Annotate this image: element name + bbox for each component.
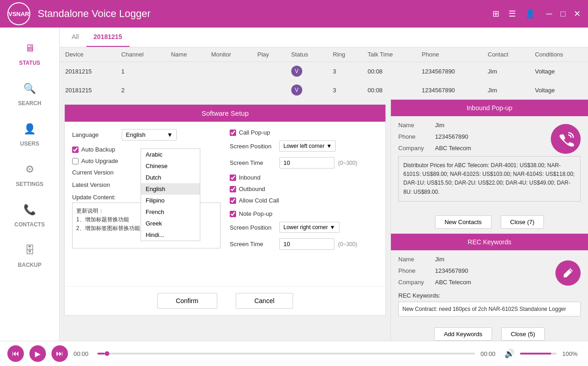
cell-play (252, 62, 286, 81)
language-label: Language (72, 131, 118, 138)
new-contacts-button[interactable]: New Contacts (435, 215, 492, 229)
inbound-checkbox[interactable] (230, 175, 236, 181)
rec-keywords-footer: Add Keywords Close (5) (391, 323, 588, 341)
inbound-phone-value: 1234567890 (435, 133, 551, 140)
inbound-popup-body: Name Jim Phone 1234567890 Company ABC Te… (391, 116, 588, 156)
screen-time-input[interactable] (279, 157, 334, 169)
lang-option-chinese[interactable]: Chinese (141, 160, 200, 172)
note-screen-position-row: Screen Position Lower right corner ▼ (230, 222, 378, 233)
setup-body: Language English ▼ Arabic Chinese Dutch … (65, 122, 385, 286)
chevron-down-icon: ▼ (326, 143, 332, 149)
note-popup-row: Note Pop-up (230, 210, 378, 217)
note-popup-checkbox[interactable] (230, 211, 236, 217)
lang-option-filipino[interactable]: Filipino (141, 195, 200, 206)
auto-upgrade-checkbox[interactable] (72, 158, 79, 164)
confirm-button[interactable]: Confirm (157, 293, 217, 309)
cell-name (165, 81, 206, 100)
list-icon[interactable]: ☰ (509, 9, 516, 19)
user-icon[interactable]: 👤 (525, 9, 535, 19)
col-status: Status (286, 47, 328, 62)
allow-cold-call-checkbox[interactable] (230, 197, 236, 204)
note-popup-label: Note Pop-up (239, 210, 272, 217)
screen-position-label: Screen Position (230, 143, 276, 150)
cancel-button[interactable]: Cancel (236, 293, 294, 309)
distributor-box: Distributor Prices for ABC Telecom: DAR-… (398, 156, 581, 202)
cell-contact: Jim (482, 81, 530, 100)
language-row: Language English ▼ (72, 129, 220, 141)
setup-right-col: Call Pop-up Screen Position Lower left c… (230, 129, 378, 279)
volume-icon[interactable]: 🔊 (504, 349, 514, 359)
settings-icon: ⚙ (20, 160, 40, 179)
sidebar-item-search[interactable]: 🔍 SEARCH (0, 73, 59, 113)
language-dropdown-list[interactable]: Arabic Chinese Dutch English Filipino Fr… (141, 148, 200, 241)
cell-status: V (286, 62, 328, 81)
app-title: Standalone Voice Logger (38, 8, 492, 20)
rec-keywords-label: REC Keywords: (398, 292, 581, 299)
language-dropdown[interactable]: English ▼ (122, 129, 177, 141)
status-icon: 🖥 (20, 39, 40, 58)
cell-conditions: Voltage (529, 62, 588, 81)
lang-option-french[interactable]: French (141, 206, 200, 218)
rec-phone-row: Phone 1234567890 (398, 267, 555, 274)
inbound-close-button[interactable]: Close (7) (501, 215, 544, 229)
call-popup-row: Call Pop-up (230, 129, 378, 136)
sidebar-item-contacts[interactable]: 📞 CONTACTS (0, 194, 59, 234)
note-screen-time-input[interactable] (279, 238, 334, 250)
sidebar-label-users: USERS (20, 141, 39, 147)
call-popup-checkbox[interactable] (230, 130, 236, 136)
cell-channel: 1 (116, 62, 165, 81)
cell-talk-time: 00:08 (362, 81, 416, 100)
lang-option-dutch[interactable]: Dutch (141, 172, 200, 183)
maximize-button[interactable]: □ (560, 9, 565, 19)
col-conditions: Conditions (529, 47, 588, 62)
minimize-button[interactable]: ─ (546, 9, 552, 19)
sidebar-item-users[interactable]: 👤 USERS (0, 113, 59, 153)
col-ring: Ring (328, 47, 362, 62)
sidebar-item-backup[interactable]: 🗄 BACKUP (0, 234, 59, 275)
dialog-row: Software Setup Language English ▼ (60, 100, 588, 341)
table-row: 20181215 1 V 3 00:08 1234567890 Jim Volt… (60, 62, 588, 81)
volume-bar[interactable] (520, 353, 557, 355)
rec-keywords-title: REC Keywords (391, 234, 588, 250)
rec-name-row: Name Jim (398, 256, 555, 263)
cell-device: 20181215 (60, 81, 116, 100)
progress-bar[interactable] (97, 353, 475, 355)
tab-all[interactable]: All (64, 28, 86, 47)
total-time: 00:00 (481, 350, 499, 357)
rec-keywords-body: Name Jim Phone 1234567890 Company ABC Te… (391, 250, 588, 290)
grid-icon[interactable]: ⊞ (492, 9, 499, 19)
add-keywords-button[interactable]: Add Keywords (434, 327, 492, 341)
lang-option-arabic[interactable]: Arabic (141, 149, 200, 160)
prev-button[interactable]: ⏮ (7, 345, 24, 362)
phone-ring-icon-area (551, 124, 581, 154)
latest-version-label: Latest Version (72, 181, 118, 188)
rec-keyword-input[interactable] (398, 302, 581, 316)
rec-close-button[interactable]: Close (5) (501, 327, 545, 341)
top-bar: VSNAR Standalone Voice Logger ⊞ ☰ 👤 ─ □ … (0, 0, 588, 28)
sidebar-item-status[interactable]: 🖥 STATUS (0, 32, 59, 73)
rec-keywords-label-area: REC Keywords: (391, 290, 588, 323)
auto-backup-checkbox[interactable] (72, 146, 79, 153)
close-button[interactable]: ✕ (574, 9, 581, 19)
note-screen-position-dropdown[interactable]: Lower right corner ▼ (279, 222, 339, 233)
lang-option-english[interactable]: English (141, 183, 200, 195)
inbound-company-value: ABC Telecom (435, 145, 551, 152)
lang-option-greek[interactable]: Greek (141, 218, 200, 229)
note-screen-time-label: Screen Time (230, 241, 276, 248)
outbound-checkbox[interactable] (230, 186, 236, 192)
play-button[interactable]: ▶ (29, 345, 46, 362)
sidebar-item-settings[interactable]: ⚙ SETTINGS (0, 153, 59, 194)
screen-position-dropdown[interactable]: Lower left corner ▼ (279, 141, 336, 152)
rec-phone-label: Phone (398, 267, 435, 274)
outbound-label: Outbound (239, 186, 265, 192)
backup-icon: 🗄 (20, 241, 40, 260)
lang-option-hindi[interactable]: Hindi... (141, 229, 200, 241)
zoom-level: 100% (562, 350, 581, 357)
viber-status-icon: V (291, 66, 302, 77)
setup-dialog-title: Software Setup (65, 105, 385, 122)
contacts-icon: 📞 (20, 200, 40, 220)
rec-name-value: Jim (435, 256, 555, 263)
tab-20181215[interactable]: 20181215 (86, 28, 130, 47)
software-setup-dialog: Software Setup Language English ▼ (64, 104, 386, 315)
next-button[interactable]: ⏭ (51, 345, 68, 362)
